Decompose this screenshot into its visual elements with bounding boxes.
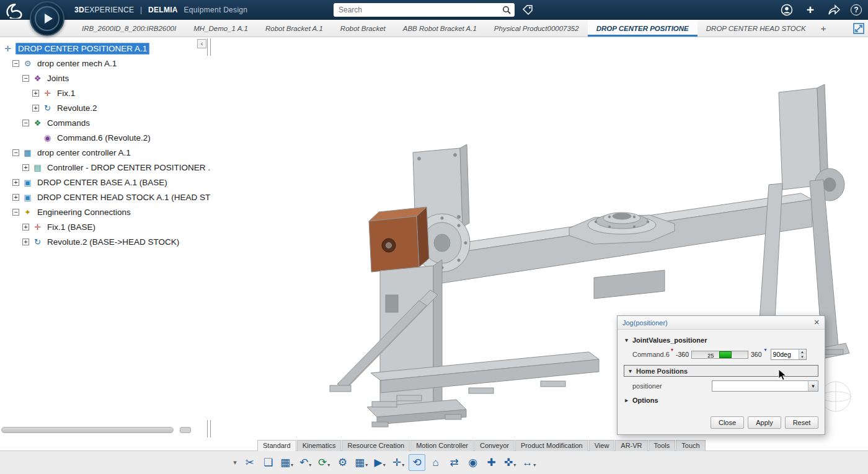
snap-icon[interactable]: ✜▾	[502, 454, 518, 471]
mechanism-representation-icon[interactable]: ▦▾	[353, 454, 370, 471]
tree-item[interactable]: −❖Commands	[0, 115, 213, 130]
tree-item-label[interactable]: DROP CENTER POSITIONER A.1	[16, 43, 149, 55]
search-icon[interactable]	[498, 3, 515, 17]
cut-icon[interactable]: ✂	[241, 454, 258, 471]
slider-handle[interactable]	[719, 351, 732, 358]
tree-item-label[interactable]: drop center controller A.1	[35, 147, 133, 158]
collapse-toggle-icon[interactable]: −	[22, 75, 29, 82]
add-content-icon[interactable]: +	[804, 3, 817, 17]
document-tab[interactable]: ABB Robot Bracket A.1	[394, 20, 485, 37]
paste-icon[interactable]: ▦▾	[278, 454, 295, 471]
expand-toggle-icon[interactable]: +	[12, 179, 19, 186]
dropdown-arrow-icon[interactable]: ▾	[365, 462, 368, 470]
tree-item-label[interactable]: DROP CENTER HEAD STOCK A.1 (HEAD ST	[35, 192, 212, 203]
search-input[interactable]	[334, 6, 498, 14]
dropdown-arrow-icon[interactable]: ▾	[291, 462, 293, 470]
dropdown-arrow-icon[interactable]: ▾	[383, 462, 386, 470]
tree-item[interactable]: −✦Engineering Connections	[0, 204, 213, 219]
update-icon[interactable]: ⟳▾	[316, 454, 332, 471]
tree-item-label[interactable]: Revolute.2	[55, 103, 99, 113]
toolbar-overflow-icon[interactable]: ▾	[231, 454, 239, 471]
3dexperience-play-compass[interactable]	[30, 1, 64, 36]
home-positions-section-header[interactable]: ▾ Home Positions	[624, 365, 818, 377]
ribbon-tab-motion-controller[interactable]: Motion Controller	[410, 440, 474, 451]
copy-icon[interactable]: ❏	[260, 454, 277, 471]
undo-icon[interactable]: ↶▾	[297, 454, 314, 471]
travel-limits-icon[interactable]: ⇄	[446, 454, 463, 471]
tree-item[interactable]: ✛DROP CENTER POSITIONER A.1	[0, 41, 213, 56]
document-tab[interactable]: DROP CENTER HEAD STOCK	[698, 20, 815, 37]
scrollbar-thumb[interactable]	[1, 427, 174, 433]
home-positions-icon[interactable]: ⌂	[427, 454, 444, 471]
tags-icon[interactable]	[521, 3, 534, 17]
ribbon-tab-ar-vr[interactable]: AR-VR	[615, 440, 647, 451]
tree-item[interactable]: +▣DROP CENTER HEAD STOCK A.1 (HEAD ST	[0, 190, 213, 204]
ribbon-tab-resource-creation[interactable]: Resource Creation	[342, 440, 410, 451]
document-tab[interactable]: Robot Bracket	[332, 20, 394, 37]
expand-toggle-icon[interactable]: +	[32, 90, 39, 97]
fullscreen-icon[interactable]	[852, 22, 865, 35]
scrollbar-knob[interactable]	[180, 427, 191, 433]
options-section-header[interactable]: ▸ Options	[624, 394, 818, 406]
teach-icon[interactable]: ✚	[483, 454, 500, 471]
kinematics-simulation-icon[interactable]: ▶▾	[371, 454, 388, 471]
create-mechanism-icon[interactable]: ⚙	[334, 454, 351, 471]
tree-item-label[interactable]: Fix.1 (BASE)	[45, 222, 97, 232]
dropdown-arrow-icon[interactable]: ▾	[533, 462, 536, 470]
tree-item-label[interactable]: drop center mech A.1	[35, 58, 118, 69]
jog-mechanism-icon[interactable]: ⟲	[409, 454, 425, 471]
dialog-title-bar[interactable]: Jog(positioner) ✕	[618, 316, 825, 330]
dropdown-arrow-icon[interactable]: ▾	[402, 462, 404, 470]
tree-item[interactable]: ◉Command.6 (Revolute.2)	[0, 130, 213, 145]
angle-input[interactable]	[771, 349, 799, 359]
expand-toggle-icon[interactable]: +	[22, 164, 29, 171]
tree-item[interactable]: +✛Fix.1 (BASE)	[0, 219, 213, 234]
tree-item[interactable]: −❖Joints	[0, 71, 213, 86]
expand-toggle-icon[interactable]: +	[32, 105, 39, 112]
close-button[interactable]: Close	[711, 416, 744, 429]
ribbon-tab-conveyor[interactable]: Conveyor	[474, 440, 515, 451]
chevron-down-icon[interactable]: ▼	[808, 381, 818, 391]
tree-item-label[interactable]: Commands	[45, 118, 92, 128]
help-icon[interactable]: ?	[851, 4, 862, 15]
joint-value-slider[interactable]: 25	[691, 351, 748, 359]
dassault-systemes-logo[interactable]	[4, 1, 26, 19]
collapse-toggle-icon[interactable]: −	[12, 60, 19, 67]
ribbon-tab-kinematics[interactable]: Kinematics	[297, 440, 342, 451]
document-tab[interactable]: Robot Bracket A.1	[257, 20, 332, 37]
tree-item[interactable]: +✛Fix.1	[0, 86, 213, 100]
home-position-select[interactable]: ▼	[712, 380, 818, 392]
spin-down-icon[interactable]: ▼	[799, 354, 806, 359]
ribbon-tab-touch[interactable]: Touch	[676, 440, 705, 451]
expand-toggle-icon[interactable]: +	[22, 224, 29, 230]
document-tab[interactable]: DROP CENTER POSITIONE	[588, 20, 698, 37]
collapse-toggle-icon[interactable]: −	[12, 209, 19, 216]
measure-icon[interactable]: ↔▾	[520, 454, 538, 471]
tree-item-label[interactable]: Engineering Connections	[35, 207, 133, 217]
collapse-tree-panel-button[interactable]: ‹	[197, 39, 206, 48]
tree-item[interactable]: +▣DROP CENTER BASE A.1 (BASE)	[0, 175, 213, 190]
new-tab-button[interactable]: +	[815, 20, 833, 37]
tree-item[interactable]: −▦drop center controller A.1	[0, 145, 213, 160]
tree-horizontal-scrollbar[interactable]	[1, 427, 195, 433]
collapse-toggle-icon[interactable]: −	[12, 149, 19, 156]
document-tab[interactable]: IRB_2600ID_8_200:IRB2600I	[73, 20, 185, 37]
close-icon[interactable]: ✕	[814, 318, 820, 327]
reset-button[interactable]: Reset	[785, 416, 818, 429]
tree-item-label[interactable]: Joints	[45, 73, 71, 84]
document-tab[interactable]: MH_Demo_1 A.1	[185, 20, 257, 37]
dropdown-arrow-icon[interactable]: ▾	[327, 462, 330, 470]
ribbon-tab-view[interactable]: View	[589, 440, 615, 451]
spin-up-icon[interactable]: ▲	[799, 349, 806, 354]
collapse-toggle-icon[interactable]: −	[22, 120, 29, 126]
apply-button[interactable]: Apply	[748, 416, 781, 429]
expand-toggle-icon[interactable]: +	[12, 194, 19, 201]
tree-item-label[interactable]: Controller - DROP CENTER POSITIONER .	[45, 162, 212, 173]
panel-splitter-top[interactable]	[207, 38, 211, 56]
tree-item[interactable]: +↻Revolute.2	[0, 100, 213, 115]
expand-toggle-icon[interactable]: +	[22, 239, 29, 245]
panel-splitter-bottom[interactable]	[207, 420, 211, 437]
dropdown-arrow-icon[interactable]: ▾	[309, 462, 311, 470]
tree-item[interactable]: +↻Revolute.2 (BASE->HEAD STOCK)	[0, 234, 213, 249]
share-icon[interactable]	[827, 3, 841, 17]
